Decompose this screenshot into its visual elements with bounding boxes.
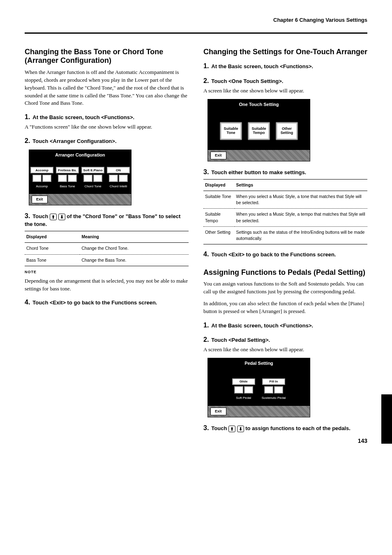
- lcd-val-sostenuto-pedal[interactable]: Fill In: [262, 378, 285, 385]
- table-cell: Other Setting: [203, 226, 235, 244]
- step-3-pedal-text-b: to assign functions to each of the pedal…: [245, 425, 350, 431]
- lcd-val-accomp[interactable]: Accomp: [30, 167, 53, 173]
- step-2-right-text: Touch <One Touch Setting>.: [211, 78, 283, 84]
- down-arrow-icon: ⬇: [237, 426, 244, 432]
- step-1-left-text: At the Basic screen, touch <Functions>.: [32, 114, 134, 120]
- lcd-label-chord-intelli: Chord Intelli: [110, 184, 127, 189]
- up-arrow-icon[interactable]: ▲: [274, 386, 283, 394]
- exit-button[interactable]: Exit: [32, 196, 48, 203]
- lcd-col-soft-pedal: Glide ▼ ▲ Soft Pedal: [232, 378, 255, 401]
- up-arrow-icon[interactable]: ▲: [244, 386, 253, 394]
- step-1-left: 1.At the Basic screen, touch <Functions>…: [25, 112, 189, 122]
- step-2-left-text: Touch <Arranger Configuration>.: [32, 138, 116, 144]
- step-3-left-text-b: of the "Chord Tone" or "Bass Tone" to se…: [25, 213, 180, 227]
- up-arrow-icon: ⬆: [50, 214, 57, 220]
- table-cell: When you select a Music Style, a tone th…: [235, 191, 367, 209]
- section-title-one-touch: Changing the Settings for One-Touch Arra…: [203, 48, 367, 57]
- lcd-one-touch-title: One Touch Setting: [208, 99, 310, 112]
- suitable-tone-button[interactable]: Suitable Tone: [220, 122, 242, 140]
- lcd-label-bass-tone: Bass Tone: [60, 184, 75, 189]
- other-setting-button[interactable]: Other Setting: [276, 122, 298, 140]
- step-4-left: 4.Touch <Exit> to go back to the Functio…: [25, 297, 189, 307]
- lcd-col-chord-tone: Soft E.Piano ▼ ▲ Chord Tone: [81, 167, 104, 189]
- up-arrow-icon[interactable]: ▲: [93, 175, 102, 182]
- lcd-one-touch: One Touch Setting Suitable Tone Suitable…: [208, 99, 310, 161]
- down-arrow-icon: ⬇: [58, 214, 65, 220]
- down-arrow-icon[interactable]: ▼: [58, 175, 67, 182]
- step-4-left-text: Touch <Exit> to go back to the Functions…: [32, 299, 157, 306]
- down-arrow-icon[interactable]: ▼: [234, 386, 243, 394]
- down-arrow-icon[interactable]: ▼: [109, 175, 118, 182]
- one-touch-table: DisplayedSettings Suitable ToneWhen you …: [203, 179, 367, 245]
- chapter-header: Chapter 6 Changing Various Settings: [25, 16, 367, 24]
- lcd-val-bass-tone[interactable]: Fretless Bs.: [56, 167, 79, 173]
- step-1-pedal: 1.At the Basic screen, touch <Functions>…: [203, 320, 367, 330]
- down-arrow-icon[interactable]: ▼: [83, 175, 92, 182]
- step-1-pedal-text: At the Basic screen, touch <Functions>.: [211, 322, 313, 329]
- up-arrow-icon[interactable]: ▲: [42, 175, 51, 182]
- step-1-right-text: At the Basic screen, touch <Functions>.: [211, 63, 313, 69]
- btn-line2: Tempo: [253, 131, 265, 135]
- lcd-arranger-config: Arranger Configuration Accomp ▼ ▲ Accomp…: [29, 150, 131, 205]
- exit-button[interactable]: Exit: [210, 408, 226, 415]
- step-2-pedal: 2.Touch <Pedal Setting>.: [203, 335, 367, 344]
- down-arrow-icon[interactable]: ▼: [264, 386, 273, 394]
- table-cell: Suitable Tone: [203, 191, 235, 209]
- lcd-label-sostenuto-pedal: Sostenuto Pedal: [262, 396, 286, 401]
- step-4-right: 4.Touch <Exit> to go back to the Functio…: [203, 249, 367, 259]
- lcd-one-touch-bottom: Exit: [208, 150, 310, 161]
- step-2-pedal-text: Touch <Pedal Setting>.: [211, 337, 270, 343]
- exit-button[interactable]: Exit: [210, 152, 226, 159]
- up-arrow-icon[interactable]: ▲: [119, 175, 128, 182]
- table-cell: Bass Tone: [25, 254, 80, 266]
- table-cell: Chord Tone: [25, 243, 80, 254]
- side-tab: [381, 394, 392, 444]
- lcd-val-soft-pedal[interactable]: Glide: [232, 378, 255, 385]
- step-2-right-body: A screen like the one shown below will a…: [203, 87, 367, 95]
- page-number: 143: [358, 437, 367, 445]
- section-title-arranger-config: Changing the Bass Tone or Chord Tone (Ar…: [25, 48, 189, 65]
- note-label: NOTE: [25, 269, 189, 275]
- table-header-displayed: Displayed: [203, 179, 235, 191]
- table-cell: Settings such as the status of the Intro…: [235, 226, 367, 244]
- lcd-arranger-body: Accomp ▼ ▲ Accomp Fretless Bs. ▼ ▲ Bass …: [29, 163, 131, 194]
- table-cell: When you select a Music Style, a tempo t…: [235, 209, 367, 226]
- note-body-left: Depending on the arrangement that is sel…: [25, 277, 189, 293]
- down-arrow-icon[interactable]: ▼: [32, 175, 42, 182]
- step-3-right: 3.Touch either button to make settings.: [203, 167, 367, 177]
- step-2-left: 2.Touch <Arranger Configuration>.: [25, 136, 189, 145]
- lcd-col-accomp: Accomp ▼ ▲ Accomp: [30, 167, 53, 189]
- up-arrow-icon: ⬆: [228, 426, 235, 432]
- table-header-displayed: Displayed: [25, 231, 80, 243]
- step-3-right-text: Touch either button to make settings.: [211, 169, 306, 175]
- step-1-left-body: A "Functions screen" like the one shown …: [25, 123, 189, 131]
- lcd-label-soft-pedal: Soft Pedal: [236, 396, 251, 401]
- step-1-right: 1.At the Basic screen, touch <Functions>…: [203, 61, 367, 71]
- arranger-config-intro: When the Arranger function is off and th…: [25, 69, 189, 107]
- header-rule: [25, 32, 367, 34]
- chord-bass-table: DisplayedMeaning Chord ToneChange the Ch…: [25, 231, 189, 266]
- pedal-body-2: In addition, you can also select the fun…: [203, 300, 367, 315]
- step-2-right: 2.Touch <One Touch Setting>.: [203, 76, 367, 85]
- lcd-one-touch-body: Suitable Tone Suitable Tempo Other Setti…: [208, 112, 310, 150]
- table-header-settings: Settings: [235, 179, 367, 191]
- suitable-tempo-button[interactable]: Suitable Tempo: [248, 122, 270, 140]
- table-cell: Suitable Tempo: [203, 209, 235, 226]
- table-header-meaning: Meaning: [80, 231, 189, 243]
- lcd-arranger-title: Arranger Configuration: [29, 150, 131, 163]
- lcd-col-chord-intelli: ON ▼ ▲ Chord Intelli: [107, 167, 130, 189]
- step-3-left-text-a: Touch: [32, 213, 48, 219]
- right-column: Changing the Settings for One-Touch Arra…: [203, 44, 367, 435]
- step-3-left: 3.Touch ⬆ ⬇ of the "Chord Tone" or "Bass…: [25, 211, 189, 228]
- table-cell: Change the Chord Tone.: [80, 243, 189, 254]
- lcd-arranger-bottom: Exit: [29, 194, 131, 205]
- up-arrow-icon[interactable]: ▲: [68, 175, 77, 182]
- lcd-pedal-bottom: Exit: [208, 406, 310, 417]
- btn-line2: Setting: [281, 131, 293, 135]
- btn-line2: Tone: [227, 131, 235, 135]
- lcd-val-chord-intelli[interactable]: ON: [107, 167, 130, 173]
- lcd-val-chord-tone[interactable]: Soft E.Piano: [81, 167, 104, 173]
- left-column: Changing the Bass Tone or Chord Tone (Ar…: [25, 44, 189, 435]
- step-2-pedal-body: A screen like the one shown below will a…: [203, 346, 367, 354]
- lcd-col-sostenuto-pedal: Fill In ▼ ▲ Sostenuto Pedal: [262, 378, 286, 401]
